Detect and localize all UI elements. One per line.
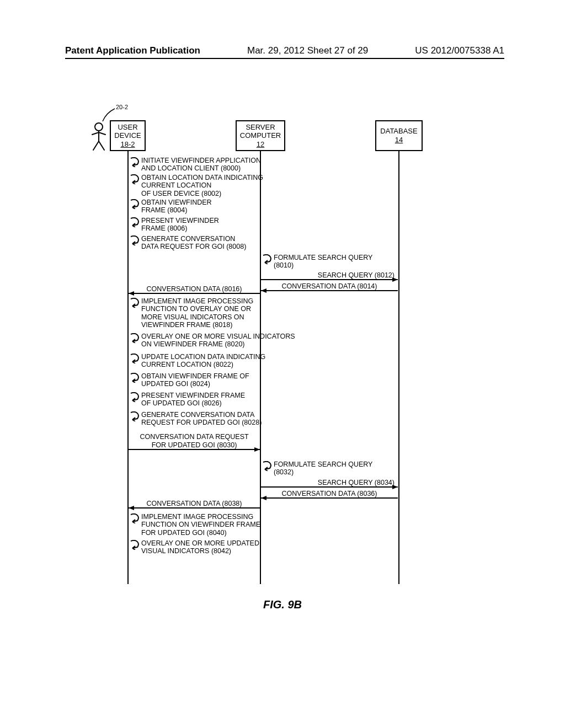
box-line: DEVICE	[114, 131, 141, 140]
step-text: FORMULATE SEARCH QUERY (8010)	[274, 254, 372, 270]
step-text: PRESENT VIEWFINDER FRAME OF UPDATED GOI …	[141, 392, 245, 408]
step-8040: IMPLEMENT IMAGE PROCESSING FUNCTION ON V…	[129, 513, 260, 537]
self-loop-icon	[129, 298, 139, 308]
step-8026: PRESENT VIEWFINDER FRAME OF UPDATED GOI …	[129, 392, 245, 408]
self-loop-icon	[129, 540, 139, 550]
step-8022: UPDATE LOCATION DATA INDICATING CURRENT …	[129, 353, 265, 369]
lifeline-user-device	[127, 151, 129, 584]
msg-8034: SEARCH QUERY (8034)	[261, 478, 398, 489]
self-loop-icon	[129, 354, 139, 363]
step-8032: FORMULATE SEARCH QUERY (8032)	[262, 461, 372, 477]
user-actor-icon	[90, 122, 108, 151]
sequence-diagram: 20-2 USER DEVICE 18-2 SERVER COMPUTER 12…	[83, 108, 425, 587]
self-loop-icon	[129, 157, 139, 167]
box-line: COMPUTER	[240, 131, 281, 140]
step-8042: OVERLAY ONE OR MORE UPDATED VISUAL INDIC…	[129, 539, 259, 555]
box-id: 14	[395, 136, 403, 144]
msg-8014: CONVERSATION DATA (8014)	[261, 282, 398, 293]
page-header: Patent Application Publication Mar. 29, …	[65, 45, 504, 59]
self-loop-icon	[262, 254, 271, 264]
figure-caption: FIG. 9B	[0, 598, 565, 611]
self-loop-icon	[129, 392, 139, 402]
box-line: SERVER	[246, 123, 275, 132]
step-8006: PRESENT VIEWFINDER FRAME (8006)	[129, 217, 219, 233]
step-8000: INITIATE VIEWFINDER APPLICATION AND LOCA…	[129, 157, 261, 173]
step-text: OVERLAY ONE OR MORE VISUAL INDICATORS ON…	[141, 333, 295, 349]
box-line: DATABASE	[380, 127, 417, 136]
header-middle: Mar. 29, 2012 Sheet 27 of 29	[247, 45, 368, 56]
step-text: UPDATE LOCATION DATA INDICATING CURRENT …	[141, 353, 265, 369]
msg-8038: CONVERSATION DATA (8038)	[129, 499, 260, 510]
self-loop-icon	[262, 461, 271, 471]
step-8002: OBTAIN LOCATION DATA INDICATING CURRENT …	[129, 174, 263, 197]
step-8024: OBTAIN VIEWFINDER FRAME OF UPDATED GOI (…	[129, 372, 249, 388]
step-text: INITIATE VIEWFINDER APPLICATION AND LOCA…	[141, 157, 261, 173]
step-8028: GENERATE CONVERSATION DATA REQUEST FOR U…	[129, 411, 262, 427]
step-text: OVERLAY ONE OR MORE UPDATED VISUAL INDIC…	[141, 539, 259, 555]
box-id: 12	[257, 140, 264, 149]
lifeline-database	[398, 151, 399, 584]
step-text: OBTAIN LOCATION DATA INDICATING CURRENT …	[141, 174, 263, 197]
participant-user-device: USER DEVICE 18-2	[110, 120, 146, 151]
msg-8016: CONVERSATION DATA (8016)	[129, 285, 260, 296]
self-loop-icon	[129, 411, 139, 421]
step-text: GENERATE CONVERSATION DATA REQUEST FOR G…	[141, 235, 246, 251]
step-text: IMPLEMENT IMAGE PROCESSING FUNCTION ON V…	[141, 513, 260, 537]
self-loop-icon	[129, 235, 139, 245]
step-8004: OBTAIN VIEWFINDER FRAME (8004)	[129, 199, 212, 215]
self-loop-icon	[129, 174, 139, 184]
step-8008: GENERATE CONVERSATION DATA REQUEST FOR G…	[129, 235, 246, 251]
header-left: Patent Application Publication	[65, 45, 200, 56]
step-8020: OVERLAY ONE OR MORE VISUAL INDICATORS ON…	[129, 333, 295, 349]
box-id: 18-2	[120, 140, 135, 149]
self-loop-icon	[129, 373, 139, 383]
step-text: IMPLEMENT IMAGE PROCESSING FUNCTION TO O…	[141, 297, 253, 329]
header-right: US 2012/0075338 A1	[415, 45, 504, 56]
msg-text: CONVERSATION DATA REQUEST FOR UPDATED GO…	[129, 433, 260, 449]
box-line: USER	[118, 123, 137, 132]
step-text: FORMULATE SEARCH QUERY (8032)	[274, 461, 372, 477]
self-loop-icon	[129, 333, 139, 343]
self-loop-icon	[129, 199, 139, 209]
msg-8036: CONVERSATION DATA (8036)	[261, 489, 398, 500]
step-text: OBTAIN VIEWFINDER FRAME (8004)	[141, 199, 212, 215]
msg-8012: SEARCH QUERY (8012)	[261, 271, 398, 282]
svg-point-0	[95, 123, 103, 131]
msg-8030: CONVERSATION DATA REQUEST FOR UPDATED GO…	[129, 432, 260, 452]
step-8018: IMPLEMENT IMAGE PROCESSING FUNCTION TO O…	[129, 297, 253, 329]
step-8010: FORMULATE SEARCH QUERY (8010)	[262, 254, 372, 270]
participant-server: SERVER COMPUTER 12	[236, 120, 285, 151]
step-text: PRESENT VIEWFINDER FRAME (8006)	[141, 217, 219, 233]
step-text: GENERATE CONVERSATION DATA REQUEST FOR U…	[141, 411, 262, 427]
self-loop-icon	[129, 513, 139, 523]
self-loop-icon	[129, 217, 139, 227]
step-text: OBTAIN VIEWFINDER FRAME OF UPDATED GOI (…	[141, 372, 249, 388]
participant-database: DATABASE 14	[375, 120, 423, 151]
